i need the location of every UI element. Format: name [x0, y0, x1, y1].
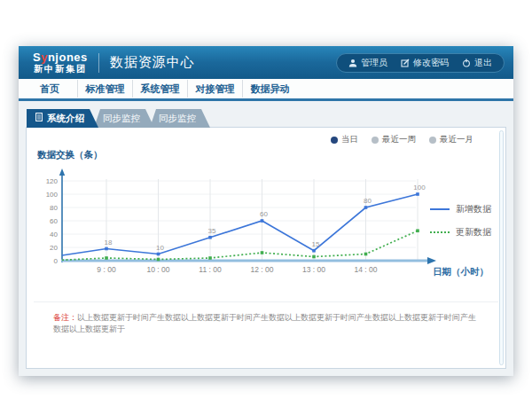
svg-text:60: 60: [50, 217, 58, 225]
content-area: 系统介绍 同步监控 同步监控 当日 最近一周 最近一月 数据交换（条） 0204…: [19, 101, 513, 369]
svg-text:120: 120: [46, 177, 59, 185]
legend-item-updated-data: 更新数据: [430, 226, 491, 239]
filter-last-week[interactable]: 最近一周: [372, 134, 416, 145]
tab-sync-monitor-2[interactable]: 同步监控: [150, 109, 210, 128]
tab-system-intro-label: 系统介绍: [47, 109, 84, 128]
svg-text:40: 40: [50, 231, 58, 239]
svg-text:80: 80: [364, 197, 372, 205]
logo-subtitle: 新中新集团: [33, 65, 88, 74]
edit-icon: [401, 59, 410, 67]
time-range-filters: 当日 最近一周 最近一月: [331, 134, 473, 145]
footnote: 备注：以上数据更新于时间产生数据以上数据更新于时间产生数据以上数据更新于时间产生…: [53, 312, 479, 334]
company-logo: Synjones 新中新集团: [33, 51, 88, 74]
svg-text:13 : 00: 13 : 00: [302, 265, 325, 274]
chart-panel: 当日 最近一周 最近一月 数据交换（条） 0204060801001209 : …: [26, 127, 506, 369]
dotted-line-icon: [430, 231, 450, 233]
logo-wordmark: Synjones: [33, 51, 88, 63]
header-divider: [98, 53, 99, 73]
tab-bar: 系统介绍 同步监控 同步监控: [27, 109, 506, 128]
exchange-line-chart: 0204060801001209 : 0010 : 0011 : 0012 : …: [37, 165, 445, 285]
svg-text:10 : 00: 10 : 00: [147, 265, 170, 274]
change-password-label: 修改密码: [413, 57, 449, 69]
radio-selected-icon: [331, 137, 338, 144]
svg-text:11 : 00: 11 : 00: [199, 265, 222, 274]
svg-text:60: 60: [260, 210, 268, 218]
legend-item-new-data: 新增数据: [430, 203, 491, 215]
svg-text:100: 100: [46, 191, 59, 199]
footnote-prefix: 备注：: [53, 313, 77, 322]
nav-item-connect-mgmt[interactable]: 对接管理: [187, 80, 242, 98]
legend-updated-data-label: 更新数据: [456, 226, 491, 239]
tab-system-intro[interactable]: 系统介绍: [27, 109, 98, 128]
legend-new-data-label: 新增数据: [456, 203, 491, 215]
svg-text:10: 10: [156, 244, 164, 252]
filter-last-week-label: 最近一周: [382, 134, 416, 145]
svg-text:15: 15: [312, 240, 320, 248]
svg-text:35: 35: [208, 227, 216, 235]
filter-last-month[interactable]: 最近一月: [429, 134, 473, 145]
svg-text:100: 100: [413, 184, 426, 192]
nav-item-home[interactable]: 首页: [22, 80, 77, 98]
nav-item-data-change[interactable]: 数据异动: [242, 80, 297, 98]
app-window: Synjones 新中新集团 数据资源中心 管理员 修改密码 退出 首页 标准管…: [19, 46, 513, 376]
svg-text:80: 80: [50, 204, 58, 212]
svg-text:18: 18: [105, 239, 113, 246]
power-icon: [462, 59, 471, 67]
user-controls: 管理员 修改密码 退出: [336, 53, 505, 73]
admin-user-button[interactable]: 管理员: [348, 57, 387, 69]
filter-today-label: 当日: [341, 134, 358, 145]
svg-text:9 : 00: 9 : 00: [97, 265, 116, 274]
main-nav: 首页 标准管理 系统管理 对接管理 数据异动: [19, 79, 513, 101]
tab-sync-monitor-1[interactable]: 同步监控: [94, 109, 154, 128]
svg-text:20: 20: [50, 244, 58, 252]
document-icon: [35, 109, 43, 128]
filter-today[interactable]: 当日: [331, 134, 358, 145]
svg-text:0: 0: [54, 257, 59, 265]
radio-icon: [429, 137, 436, 144]
chart-legend: 新增数据 更新数据: [430, 203, 491, 239]
radio-icon: [372, 137, 379, 144]
logout-button[interactable]: 退出: [462, 57, 492, 69]
filter-last-month-label: 最近一月: [440, 134, 473, 145]
svg-text:12 : 00: 12 : 00: [251, 265, 274, 274]
page-title: 数据资源中心: [110, 54, 195, 71]
logo-part2: njones: [48, 51, 88, 64]
panel-scrollbar[interactable]: [499, 130, 504, 365]
x-axis-title: 日期（小时）: [433, 266, 489, 278]
logo-accent: y: [41, 51, 48, 64]
solid-line-icon: [430, 208, 450, 210]
note-divider: [34, 301, 498, 302]
nav-item-system-mgmt[interactable]: 系统管理: [132, 80, 187, 98]
app-header: Synjones 新中新集团 数据资源中心 管理员 修改密码 退出: [19, 46, 513, 79]
change-password-button[interactable]: 修改密码: [401, 57, 449, 69]
logout-label: 退出: [474, 57, 492, 69]
y-axis-title: 数据交换（条）: [37, 149, 103, 161]
svg-text:14 : 00: 14 : 00: [355, 265, 378, 274]
admin-user-label: 管理员: [361, 57, 387, 69]
user-icon: [348, 59, 357, 67]
footnote-text: 以上数据更新于时间产生数据以上数据更新于时间产生数据以上数据更新于时间产生数据以…: [53, 313, 476, 333]
logo-part1: S: [33, 51, 41, 64]
nav-item-standard-mgmt[interactable]: 标准管理: [77, 80, 132, 98]
